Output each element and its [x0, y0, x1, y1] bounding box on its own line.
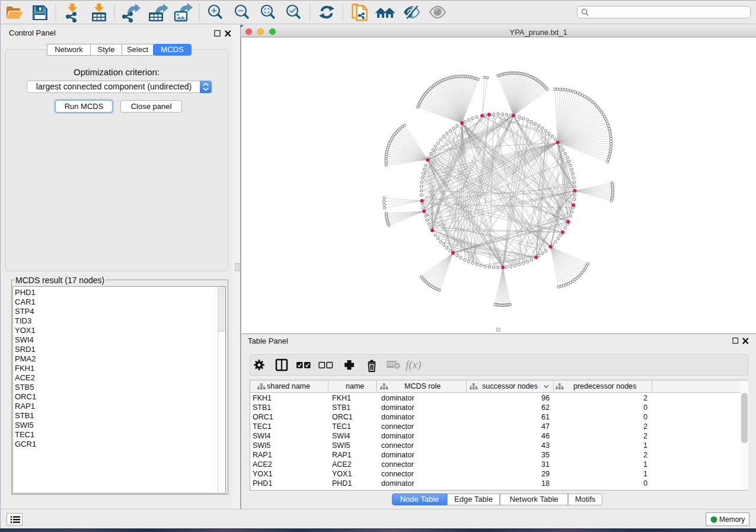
svg-text:f(x): f(x) — [406, 358, 421, 371]
